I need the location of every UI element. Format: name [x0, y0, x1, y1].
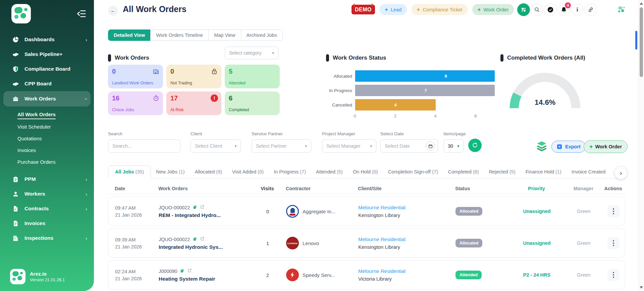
copy-icon[interactable] [193, 236, 198, 242]
client-link[interactable]: Melourne Residential [358, 268, 406, 274]
job-tab-new-jobs[interactable]: New Jobs (1) [151, 166, 190, 178]
column-header-contractor: Contractor [279, 186, 351, 191]
view-tab-detailed-view[interactable]: Detailed View [108, 29, 151, 41]
workspace-icon[interactable] [517, 3, 530, 16]
link-icon[interactable] [584, 3, 597, 16]
sidebar-item-label: Dashboards [24, 37, 55, 43]
client-link[interactable]: Melourne Residential [358, 205, 406, 210]
sidebar-subitem-quotations[interactable]: Quotations [0, 133, 94, 145]
back-button[interactable]: ← [108, 6, 118, 16]
filter-control-service-partner[interactable]: Select Partner▾ [252, 139, 311, 153]
sidebar-subitem-purchase-orders[interactable]: Purchase Orders [0, 157, 94, 168]
summary-card-attended[interactable]: 5Attended [225, 65, 280, 88]
table-row[interactable]: 09:39 AM21 Jan 2026JQUO-000022Integrated… [108, 228, 625, 258]
site-name: Victoria Library [358, 276, 449, 282]
job-tab-rejected[interactable]: Rejected (5) [484, 166, 521, 178]
external-link-icon[interactable] [187, 268, 192, 274]
sidebar-item-compliance-board[interactable]: Compliance Board [0, 62, 94, 76]
filter-control-client[interactable]: Select Client▾ [191, 139, 241, 153]
scrollbar[interactable] [638, 0, 644, 291]
priority-cell[interactable]: Unassigned [507, 240, 566, 246]
app-logo[interactable] [11, 4, 31, 23]
priority-cell[interactable]: Unassigned [507, 209, 566, 214]
view-tab-archived-jobs[interactable]: Archived Jobs [241, 29, 283, 41]
scroll-down-arrow[interactable] [640, 286, 643, 289]
scroll-up-arrow[interactable] [640, 2, 643, 5]
copy-icon[interactable] [180, 268, 185, 274]
column-header-manager: Manager [566, 186, 601, 191]
job-tab-count: (6) [473, 169, 479, 174]
copy-icon[interactable] [193, 205, 198, 211]
job-tab-allocated[interactable]: Allocated (9) [190, 166, 227, 178]
sidebar-subitem-all-work-orders[interactable]: All Work Orders [0, 109, 94, 122]
search-icon[interactable] [531, 3, 543, 16]
summary-card-completed[interactable]: 6Completed [225, 91, 280, 115]
sidebar-item-sales-pipeline-[interactable]: Sales Pipeline+ [0, 47, 94, 62]
row-menu-button[interactable] [607, 237, 620, 249]
add-work-order-button[interactable]: + Work Order [584, 140, 628, 153]
date-cell: 02:24 AM21 Jan 2026 [108, 269, 152, 281]
priority-cell[interactable]: P2 - 24 HRS [507, 272, 566, 278]
external-link-icon[interactable] [200, 205, 205, 210]
job-tab-visit-added[interactable]: Visit Added (0) [227, 166, 269, 178]
table-row[interactable]: 09:47 AM21 Jan 2026JQUO-000022REM - Inte… [108, 197, 625, 226]
search-input[interactable] [112, 143, 176, 149]
job-tab-in-progress[interactable]: In Progress (7) [269, 166, 311, 178]
layers-icon[interactable] [535, 140, 548, 153]
view-tab-work-orders-timeline[interactable]: Work Orders Timeline [150, 29, 209, 41]
filter-control-search[interactable] [108, 139, 180, 153]
sidebar-item-workers[interactable]: Workers› [0, 187, 94, 201]
sidebar-item-contracts[interactable]: Contracts› [0, 201, 94, 216]
calendar-icon[interactable] [426, 141, 435, 151]
sidebar-item-inspections[interactable]: Inspections› [0, 231, 94, 245]
quick-add-lead-button[interactable]: +Lead [379, 4, 407, 15]
sidebar-item-ppm[interactable]: PPM› [0, 172, 94, 187]
summary-card-chase-jobs[interactable]: 16Chase Jobs [108, 91, 163, 115]
quick-add-work-order-button[interactable]: +Work Order [472, 4, 514, 15]
tabs-scroll-right-button[interactable]: › [614, 166, 627, 179]
filter-control-project-manager[interactable]: Select Manager▾ [322, 139, 376, 153]
work-order-title[interactable]: REM - Integrated Hydro... [159, 212, 256, 218]
sidebar-item-label: Sales Pipeline+ [24, 51, 62, 57]
quick-add-compliance-ticket-button[interactable]: +Compliance Ticket [411, 4, 468, 15]
sidebar-subitem-visit-scheduler[interactable]: Visit Scheduler [0, 122, 94, 133]
category-select[interactable]: Select category▾ [225, 47, 278, 59]
scroll-thumb[interactable] [640, 7, 643, 77]
summary-card-at-risk[interactable]: 17!At Risk [166, 91, 221, 115]
work-order-title[interactable]: Integrated Hydronic Sys... [159, 244, 256, 250]
export-button[interactable]: Export [551, 141, 586, 153]
summary-card-landlord-work-orders[interactable]: 0Landlord Work Orders [108, 65, 163, 88]
job-tab-attended[interactable]: Attended (5) [311, 166, 348, 178]
job-tab-all-jobs[interactable]: All Jobs (35) [108, 165, 151, 178]
job-tab-completed[interactable]: Completed (6) [443, 166, 484, 178]
filter-control-select-date[interactable]: Select Date [380, 139, 438, 153]
sidebar-item-label: Work Orders [24, 96, 56, 102]
summary-card-not-trading[interactable]: 0Not Trading [166, 65, 221, 88]
job-tab-on-hold[interactable]: On Hold (0) [348, 166, 383, 178]
refresh-button[interactable] [468, 139, 482, 152]
sidebar-item-dashboards[interactable]: Dashboards› [0, 32, 94, 47]
job-tab-invoice-created[interactable]: Invoice Created [567, 166, 611, 178]
sidebar-subitem-invoices[interactable]: Invoices [0, 145, 94, 157]
client-link[interactable]: Melourne Residential [358, 236, 406, 242]
sidebar-item-invoices[interactable]: Invoices [0, 216, 94, 231]
row-menu-button[interactable] [607, 205, 620, 217]
external-link-icon[interactable] [200, 236, 205, 242]
check-circle-icon[interactable] [544, 3, 557, 16]
sidebar-item-work-orders[interactable]: Work Orders› [3, 91, 91, 106]
row-menu-button[interactable] [607, 269, 620, 281]
sidebar-collapse-icon[interactable] [76, 9, 87, 19]
card-label: At Risk [170, 107, 184, 112]
table-row[interactable]: 02:24 AM21 Jan 2026J000090Heating System… [108, 260, 625, 290]
view-tab-map-view[interactable]: Map View [208, 29, 241, 41]
info-icon[interactable]: i [571, 3, 584, 16]
sidebar-item-cpp-board[interactable]: CPP Board [0, 76, 94, 91]
job-tab-finance-hold[interactable]: Finance Hold (1) [521, 166, 567, 178]
job-tab-completion-sign-off[interactable]: Completion Sign-off (7) [383, 166, 443, 178]
work-order-title[interactable]: Heating System Repair [159, 276, 256, 282]
job-tab-count: (5) [509, 169, 516, 174]
contractor-cell: Aggregate In... [279, 205, 352, 218]
filter-control-items-page[interactable]: 30▾ [443, 139, 464, 153]
notifications-bell-icon[interactable]: 4 [557, 3, 570, 16]
plus-icon: + [385, 6, 388, 13]
